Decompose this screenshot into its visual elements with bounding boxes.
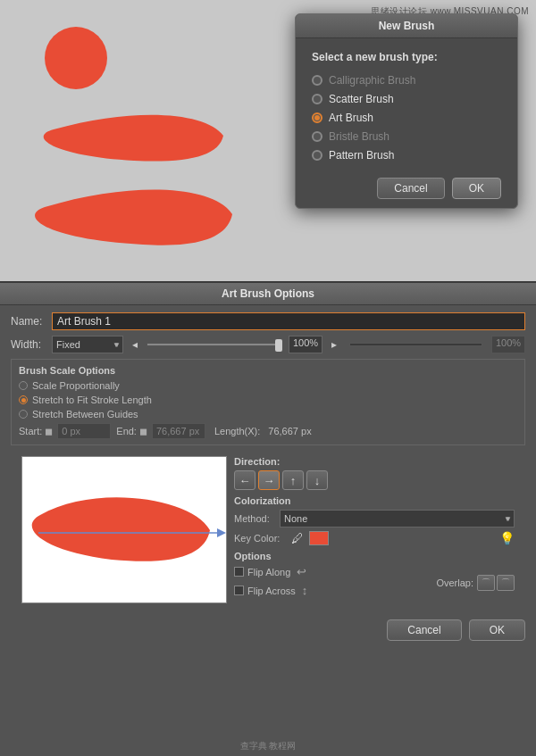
start-end-row: Start: ◼ End: ◼ Length(X): 76,667 px — [19, 423, 517, 439]
width-slider-arrow-left: ◂ — [132, 338, 138, 351]
end-input — [152, 423, 205, 439]
stretch-guides-row: Stretch Between Guides — [19, 409, 517, 420]
radio-calligraphic[interactable]: Calligraphic Brush — [312, 74, 501, 87]
key-color-swatch[interactable] — [309, 531, 329, 545]
flip-across-label: Flip Across — [247, 586, 296, 596]
options-section: Options Flip Along ↩ Flip Across — [234, 551, 515, 600]
dialog-question: Select a new brush type: — [312, 51, 501, 63]
width-row: Width: Fixed ▼ ◂ 100% ▸ 100% — [11, 336, 525, 353]
flip-across-row: Flip Across ↕ — [234, 584, 307, 597]
width-dropdown[interactable]: Fixed — [52, 336, 123, 353]
art-brush-panel: Art Brush Options Name: Width: Fixed ▼ ◂… — [0, 281, 536, 756]
method-select-wrapper: None ▼ — [280, 510, 515, 528]
radio-bristle-circle — [312, 131, 322, 142]
flip-overlap-row: Flip Along ↩ Flip Across ↕ Overlap: — [234, 565, 515, 600]
method-label: Method: — [234, 513, 274, 524]
overlap-btn-1[interactable]: ⌒ — [477, 575, 495, 591]
flip-across-checkbox[interactable] — [234, 586, 244, 595]
colorization-label: Colorization — [234, 495, 515, 506]
flip-along-row: Flip Along ↩ — [234, 565, 307, 578]
start-icon: ◼ — [45, 426, 53, 437]
overlap-buttons: ⌒ ⌒ — [477, 575, 515, 591]
width-select-wrapper: Fixed ▼ — [52, 336, 123, 353]
radio-art-circle — [312, 112, 322, 123]
keycolor-row: Key Color: 🖊 💡 — [234, 531, 515, 545]
radio-pattern[interactable]: Pattern Brush — [312, 149, 501, 162]
preview-svg — [22, 457, 227, 603]
name-label: Name: — [11, 315, 46, 328]
art-brush-panel-title: Art Brush Options — [0, 283, 536, 305]
length-label: Length(X): — [214, 426, 260, 436]
stretch-fit-row: Stretch to Fit Stroke Length — [19, 395, 517, 405]
name-row: Name: — [11, 312, 525, 330]
flip-along-icon: ↩ — [297, 565, 306, 578]
stretch-guides-radio[interactable] — [19, 410, 28, 419]
scale-proportionally-row: Scale Proportionally — [19, 380, 517, 391]
eyedropper-icon[interactable]: 🖊 — [291, 531, 304, 545]
direction-left-btn[interactable]: ← — [234, 470, 255, 490]
end-field: End: ◼ — [116, 423, 205, 439]
start-input — [57, 423, 111, 439]
brush-scale-title: Brush Scale Options — [19, 365, 517, 376]
art-brush-bottom-buttons: Cancel OK — [0, 614, 536, 646]
overlap-label: Overlap: — [436, 577, 473, 588]
flip-across-icon: ↕ — [302, 584, 308, 597]
info-icon[interactable]: 💡 — [499, 531, 515, 545]
preview-box — [21, 456, 227, 603]
flip-along-label: Flip Along — [247, 567, 290, 577]
width-slider-fill — [147, 344, 279, 345]
radio-art[interactable]: Art Brush — [312, 112, 501, 124]
svg-marker-1 — [217, 528, 226, 537]
width-label: Width: — [11, 338, 46, 351]
new-brush-cancel-button[interactable]: Cancel — [377, 178, 444, 199]
art-brush-cancel-button[interactable]: Cancel — [387, 619, 461, 641]
teardrop-bot — [27, 179, 241, 250]
radio-calligraphic-circle — [312, 75, 322, 86]
flip-along-checkbox[interactable] — [234, 567, 244, 577]
canvas-area: 思绪设计论坛 www.MISSVUAN.COM New Brush Select… — [0, 0, 536, 277]
width-slider-thumb[interactable] — [275, 339, 282, 352]
direction-up-btn[interactable]: ↑ — [282, 470, 304, 490]
name-input[interactable] — [52, 312, 525, 330]
brush-type-radio-group: Calligraphic Brush Scatter Brush Art Bru… — [312, 74, 501, 162]
right-panel: Direction: ← → ↑ ↓ Colorization Method: — [234, 456, 515, 603]
new-brush-dialog-buttons: Cancel OK — [312, 174, 501, 199]
radio-scatter[interactable]: Scatter Brush — [312, 93, 501, 105]
new-brush-dialog: New Brush Select a new brush type: Calli… — [295, 13, 518, 209]
art-brush-ok-button[interactable]: OK — [469, 619, 525, 641]
stretch-fit-label: Stretch to Fit Stroke Length — [32, 395, 152, 405]
start-label: Start: — [19, 426, 42, 436]
brush-scale-section: Brush Scale Options Scale Proportionally… — [11, 359, 525, 445]
overlap-section: Overlap: ⌒ ⌒ — [436, 575, 515, 591]
direction-section: Direction: ← → ↑ ↓ — [234, 456, 515, 490]
width-percent-box[interactable]: 100% — [289, 336, 322, 353]
direction-down-btn[interactable]: ↓ — [306, 470, 328, 490]
bottom-watermark: 查字典 教程网 — [0, 740, 536, 752]
circle-shape — [45, 27, 107, 89]
direction-arrows: ← → ↑ ↓ — [234, 470, 515, 490]
scale-proportionally-label: Scale Proportionally — [32, 380, 120, 391]
stretch-fit-radio[interactable] — [19, 395, 28, 404]
width-slider-track — [147, 343, 280, 346]
direction-label: Direction: — [234, 456, 515, 467]
overlap-btn-2[interactable]: ⌒ — [497, 575, 515, 591]
width-slider-arrow-right: ▸ — [331, 338, 337, 351]
radio-bristle[interactable]: Bristle Brush — [312, 130, 501, 143]
options-label: Options — [234, 551, 515, 561]
keycolor-label: Key Color: — [234, 533, 286, 544]
main-content-area: Direction: ← → ↑ ↓ Colorization Method: — [11, 453, 525, 603]
new-brush-ok-button[interactable]: OK — [452, 178, 501, 199]
start-field: Start: ◼ — [19, 423, 111, 439]
direction-right-btn[interactable]: → — [258, 470, 280, 490]
end-icon: ◼ — [139, 426, 147, 437]
width-slider-track2 — [349, 343, 482, 346]
method-dropdown[interactable]: None — [280, 510, 515, 528]
end-label: End: — [116, 426, 137, 436]
stretch-guides-label: Stretch Between Guides — [32, 409, 138, 420]
colorization-section: Colorization Method: None ▼ Key Color: 🖊 — [234, 495, 515, 545]
radio-scatter-circle — [312, 94, 322, 104]
radio-pattern-circle — [312, 150, 322, 161]
width-percent-disabled: 100% — [491, 336, 525, 353]
method-row: Method: None ▼ — [234, 510, 515, 528]
scale-proportionally-radio[interactable] — [19, 381, 28, 390]
